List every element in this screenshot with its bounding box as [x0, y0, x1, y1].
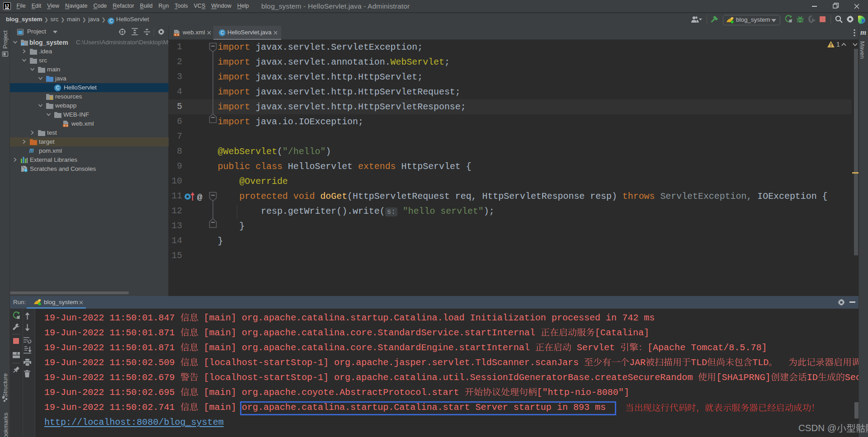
- svg-text:@: @: [197, 193, 203, 202]
